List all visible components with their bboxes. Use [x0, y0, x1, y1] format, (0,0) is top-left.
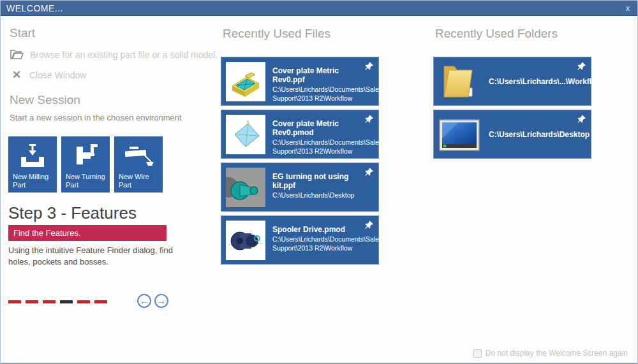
- page-dash: [8, 300, 21, 303]
- tile-label: New Wire Part: [119, 173, 160, 189]
- close-x-icon: ✕: [10, 68, 24, 82]
- pin-icon[interactable]: [364, 167, 374, 179]
- pin-icon[interactable]: [577, 114, 586, 126]
- milling-machine-icon: [8, 142, 57, 171]
- file-path: C:\Users\Lrichards\Documents\Sales Suppo…: [272, 235, 362, 252]
- part-thumbnail: [226, 168, 265, 207]
- tile-label: New Turning Part: [66, 173, 107, 189]
- page-dash: [60, 300, 73, 303]
- new-session-tiles: New Milling Part New Turning Part: [8, 136, 163, 193]
- recent-file-tile[interactable]: Spooler Drive.pmod C:\Users\Lrichards\Do…: [221, 215, 379, 265]
- do-not-display-checkbox[interactable]: [473, 349, 482, 358]
- recent-files-heading: Recently Used Files: [223, 27, 330, 41]
- next-step-button[interactable]: →: [154, 294, 168, 308]
- browse-part-label: Browse for an existing part file or a so…: [30, 50, 218, 60]
- start-heading: Start: [10, 26, 35, 40]
- welcome-window: WELCOME... x Start Browse for an existin…: [0, 0, 638, 364]
- step-heading: Step 3 - Features: [8, 203, 137, 223]
- file-name: Spooler Drive.pmod: [272, 225, 362, 234]
- recent-folders-heading: Recently Used Folders: [435, 27, 558, 41]
- recent-folder-tile[interactable]: C:\Users\Lrichards\...\Workflow: [433, 57, 591, 106]
- recent-folder-tile[interactable]: C:\Users\Lrichards\Desktop: [433, 110, 591, 159]
- folder-path: C:\Users\Lrichards\Desktop: [489, 110, 574, 158]
- new-turning-part-tile[interactable]: New Turning Part: [61, 136, 110, 193]
- part-thumbnail: [226, 221, 265, 260]
- step-nav: ← →: [137, 294, 168, 308]
- file-path: C:\Users\Lrichards\Documents\Sales Suppo…: [272, 85, 362, 103]
- file-name: Cover plate Metric Rev0.ppf: [272, 66, 362, 84]
- wire-edm-icon: [114, 142, 163, 171]
- file-name: Cover plate Metric Rev0.pmod: [272, 119, 362, 137]
- recent-file-tile[interactable]: Cover plate Metric Rev0.ppf C:\Users\Lri…: [221, 57, 379, 106]
- folder-icon: [439, 62, 480, 103]
- close-window-label: Close Window: [29, 70, 86, 80]
- title-bar: WELCOME... x: [1, 1, 637, 16]
- prev-step-button[interactable]: ←: [137, 294, 151, 308]
- page-dash: [94, 300, 107, 303]
- folder-path: C:\Users\Lrichards\...\Workflow: [489, 57, 574, 105]
- recent-file-tile[interactable]: EG turning not using kit.ppf C:\Users\Lr…: [221, 163, 379, 212]
- desktop-icon: [439, 119, 480, 154]
- do-not-display-label: Do not display the Welcome Screen again: [486, 349, 628, 358]
- step-banner: Find the Features.: [8, 225, 167, 241]
- new-milling-part-tile[interactable]: New Milling Part: [8, 136, 57, 193]
- open-folder-icon: [10, 48, 24, 62]
- step-description: Using the intuitive Feature Finder dialo…: [8, 245, 179, 267]
- close-window-button[interactable]: x: [618, 3, 637, 13]
- browse-part-link[interactable]: Browse for an existing part file or a so…: [10, 48, 218, 62]
- part-thumbnail: [226, 62, 265, 101]
- tile-label: New Milling Part: [13, 173, 54, 189]
- part-thumbnail: [226, 115, 265, 154]
- recent-file-tile[interactable]: Cover plate Metric Rev0.pmod C:\Users\Lr…: [221, 110, 379, 159]
- pin-icon[interactable]: [577, 61, 586, 73]
- new-session-subtitle: Start a new session in the chosen enviro…: [10, 113, 182, 122]
- pin-icon[interactable]: [364, 220, 374, 232]
- pin-icon[interactable]: [364, 114, 374, 126]
- pin-icon[interactable]: [364, 61, 374, 73]
- page-dash: [77, 300, 90, 303]
- page-dash: [43, 300, 56, 303]
- new-session-heading: New Session: [10, 93, 80, 107]
- welcome-screen-option: Do not display the Welcome Screen again: [473, 349, 628, 358]
- turning-lathe-icon: [61, 142, 110, 171]
- file-path: C:\Users\Lrichards\Documents\Sales Suppo…: [272, 138, 362, 156]
- close-window-link[interactable]: ✕ Close Window: [10, 68, 86, 82]
- file-name: EG turning not using kit.ppf: [272, 172, 362, 190]
- step-pagination: [8, 300, 107, 303]
- page-dash: [26, 300, 38, 303]
- file-path: C:\Users\Lrichards\Desktop: [272, 191, 362, 200]
- window-title: WELCOME...: [1, 3, 63, 13]
- new-wire-part-tile[interactable]: New Wire Part: [114, 136, 163, 193]
